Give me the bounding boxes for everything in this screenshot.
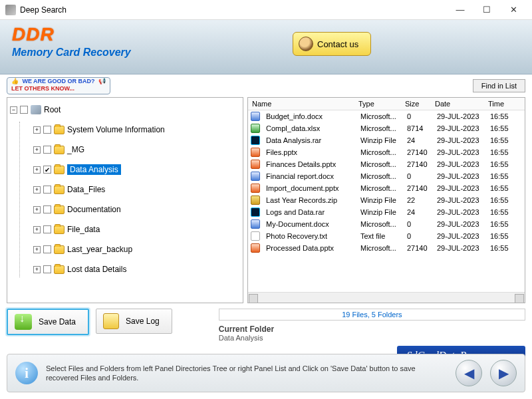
- minimize-button[interactable]: —: [447, 1, 473, 19]
- checkbox[interactable]: [43, 186, 51, 194]
- checkbox[interactable]: [43, 126, 51, 134]
- log-file-icon: [103, 313, 119, 329]
- feedback-badge[interactable]: 👍 WE ARE GOOD OR BAD? 📢 LET OTHERS KNOW.…: [7, 77, 110, 94]
- file-type-icon: [251, 207, 260, 217]
- logo-text: DDR: [12, 24, 520, 45]
- maximize-button[interactable]: ☐: [473, 1, 500, 19]
- folder-icon: [54, 166, 65, 174]
- checkbox[interactable]: [20, 106, 28, 114]
- expand-icon[interactable]: +: [33, 206, 41, 213]
- expand-icon[interactable]: +: [33, 226, 41, 233]
- footer-bar: i Select Files and Folders from left Pan…: [7, 354, 525, 392]
- file-type-icon: [251, 160, 260, 169]
- current-folder-label: Current Folder: [219, 325, 525, 334]
- file-type-icon: [251, 124, 260, 133]
- file-row[interactable]: Photo Recovery.txtText file029-JUL-20231…: [248, 230, 525, 242]
- megaphone-icon: 📢: [98, 78, 106, 84]
- folder-icon: [54, 265, 65, 274]
- tree-item[interactable]: +System Volume Information: [24, 122, 240, 138]
- tree-item[interactable]: +Data_Files: [24, 182, 240, 198]
- file-row[interactable]: Last Year Records.zipWinzip File2229-JUL…: [248, 194, 525, 206]
- file-row[interactable]: Files.pptxMicrosoft...2714029-JUL-202316…: [248, 146, 525, 158]
- collapse-icon[interactable]: −: [10, 106, 17, 114]
- file-row[interactable]: Processed Data.pptxMicrosoft...2714029-J…: [248, 242, 525, 254]
- folder-icon: [54, 126, 65, 134]
- header-banner: DDR Memory Card Recovery Contact us: [0, 20, 532, 74]
- folder-icon: [54, 205, 65, 214]
- info-icon: i: [15, 362, 38, 384]
- checkbox[interactable]: [43, 265, 51, 273]
- column-date[interactable]: Date: [431, 98, 484, 110]
- checkbox[interactable]: ✔: [43, 166, 51, 174]
- thumbs-up-icon: 👍: [11, 78, 19, 84]
- horizontal-scrollbar[interactable]: [248, 292, 525, 303]
- folder-icon: [54, 225, 65, 234]
- folder-icon: [54, 186, 65, 194]
- expand-icon[interactable]: +: [33, 126, 41, 134]
- contact-label: Contact us: [317, 39, 358, 49]
- toolbar-row: 👍 WE ARE GOOD OR BAD? 📢 LET OTHERS KNOW.…: [0, 74, 532, 97]
- disk-icon: [31, 105, 41, 114]
- expand-icon[interactable]: +: [33, 166, 41, 174]
- close-button[interactable]: ✕: [500, 1, 527, 19]
- file-type-icon: [251, 243, 260, 253]
- tree-item[interactable]: +✔Data Analysis: [24, 162, 240, 178]
- tree-item[interactable]: +Last_year_backup: [24, 241, 240, 257]
- file-type-icon: [251, 136, 260, 145]
- file-list-panel: Name Type Size Date Time Budget_info.doc…: [247, 97, 525, 303]
- file-row[interactable]: Budget_info.docxMicrosoft...029-JUL-2023…: [248, 110, 525, 122]
- file-type-icon: [251, 196, 260, 205]
- checkbox[interactable]: [43, 205, 51, 213]
- file-list-body[interactable]: Budget_info.docxMicrosoft...029-JUL-2023…: [248, 110, 525, 292]
- back-button[interactable]: ◀: [456, 360, 482, 386]
- expand-icon[interactable]: +: [33, 186, 41, 194]
- tree-item[interactable]: +Lost data Details: [24, 261, 240, 277]
- file-type-icon: [251, 148, 260, 157]
- window-title: Deep Search: [20, 5, 447, 15]
- file-row[interactable]: Compl_data.xlsxMicrosoft...871429-JUL-20…: [248, 122, 525, 134]
- window-titlebar: Deep Search — ☐ ✕: [0, 0, 532, 20]
- file-type-icon: [251, 219, 260, 229]
- file-row[interactable]: Finances Details.pptxMicrosoft...2714029…: [248, 158, 525, 170]
- forward-button[interactable]: ▶: [490, 360, 517, 386]
- column-name[interactable]: Name: [248, 98, 354, 110]
- tree-item[interactable]: +File_data: [24, 221, 240, 237]
- app-subtitle: Memory Card Recovery: [12, 47, 520, 59]
- checkbox[interactable]: [43, 225, 51, 233]
- folder-icon: [54, 146, 65, 154]
- expand-icon[interactable]: +: [33, 246, 41, 253]
- find-in-list-button[interactable]: Find in List: [473, 79, 525, 92]
- column-type[interactable]: Type: [354, 98, 401, 110]
- checkbox[interactable]: [43, 245, 51, 253]
- checkbox[interactable]: [43, 146, 51, 154]
- contact-us-button[interactable]: Contact us: [293, 32, 371, 56]
- file-row[interactable]: My-Document.docxMicrosoft...029-JUL-2023…: [248, 218, 525, 230]
- footer-message: Select Files and Folders from left Panel…: [46, 364, 448, 383]
- file-type-icon: [251, 112, 260, 121]
- file-type-icon: [251, 184, 260, 193]
- tree-item[interactable]: +_MG: [24, 142, 240, 158]
- expand-icon[interactable]: +: [33, 266, 41, 273]
- file-row[interactable]: Import_document.pptxMicrosoft...2714029-…: [248, 182, 525, 194]
- current-folder-value: Data Analysis: [219, 334, 525, 342]
- tree-item[interactable]: +Documentation: [24, 201, 240, 217]
- save-data-button[interactable]: Save Data: [7, 309, 89, 335]
- folder-icon: [54, 245, 65, 254]
- tree-root[interactable]: − Root: [10, 102, 240, 118]
- directory-tree-panel[interactable]: − Root +System Volume Information+_MG+✔D…: [7, 97, 243, 303]
- app-icon: [5, 5, 16, 15]
- file-list-header: Name Type Size Date Time: [248, 98, 525, 110]
- file-type-icon: [251, 172, 260, 181]
- file-count-summary: 19 Files, 5 Folders: [219, 309, 525, 321]
- file-row[interactable]: Financial report.docxMicrosoft...029-JUL…: [248, 170, 525, 182]
- file-row[interactable]: Logs and Data.rarWinzip File2429-JUL-202…: [248, 206, 525, 218]
- column-size[interactable]: Size: [401, 98, 431, 110]
- file-row[interactable]: Data Analysis.rarWinzip File2429-JUL-202…: [248, 134, 525, 146]
- column-time[interactable]: Time: [484, 98, 511, 110]
- person-icon: [299, 37, 313, 51]
- file-type-icon: [251, 231, 260, 241]
- save-log-button[interactable]: Save Log: [96, 309, 172, 334]
- expand-icon[interactable]: +: [33, 146, 41, 154]
- download-icon: [15, 314, 32, 330]
